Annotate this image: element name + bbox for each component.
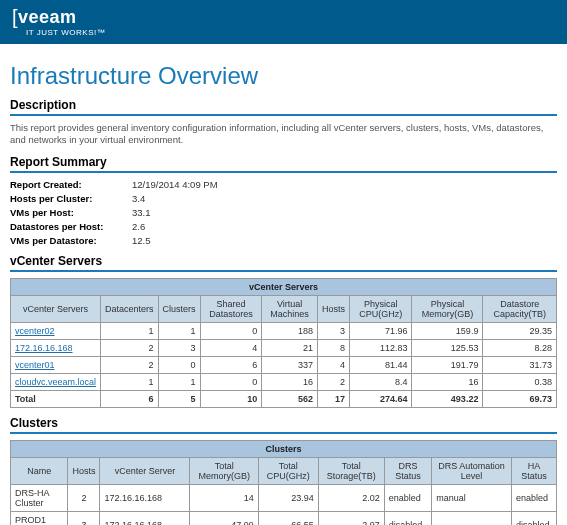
cell: enabled [384, 484, 431, 511]
table-row: DRS-HA Cluster2172.16.16.1681423.942.02e… [11, 484, 557, 511]
cell: 29.35 [483, 322, 557, 339]
cell: 47.99 [190, 511, 258, 525]
summary-value: 33.1 [132, 207, 557, 218]
cell: 1 [101, 322, 159, 339]
vcenter-link[interactable]: cloudvc.veeam.local [11, 373, 101, 390]
summary-heading: Report Summary [10, 155, 557, 169]
cell: PROD1 Cluster [11, 511, 68, 525]
column-header: Total CPU(GHz) [258, 457, 318, 484]
description-heading: Description [10, 98, 557, 112]
column-header: Physical Memory(GB) [412, 295, 483, 322]
divider [10, 171, 557, 173]
summary-label: VMs per Host: [10, 207, 132, 218]
clusters-table: Clusters NameHostsvCenter ServerTotal Me… [10, 440, 557, 525]
cell: 1 [101, 373, 159, 390]
column-header: DRS Automation Level [432, 457, 512, 484]
column-header: Datastore Capacity(TB) [483, 295, 557, 322]
column-header: vCenter Servers [11, 295, 101, 322]
column-header: Datacenters [101, 295, 159, 322]
cell: 0 [200, 373, 262, 390]
vcenter-link[interactable]: vcenter02 [11, 322, 101, 339]
cell: 71.96 [349, 322, 411, 339]
cell: 2.97 [318, 511, 384, 525]
cell: 2 [68, 484, 100, 511]
page-title: Infrastructure Overview [10, 62, 557, 90]
cell: 69.73 [483, 390, 557, 407]
cell: 21 [262, 339, 318, 356]
column-header: Name [11, 457, 68, 484]
cell: disabled [512, 511, 557, 525]
table-row: vcenter02110188371.96159.929.35 [11, 322, 557, 339]
description-text: This report provides general inventory c… [10, 122, 557, 147]
cell: 2 [101, 356, 159, 373]
cell: 112.83 [349, 339, 411, 356]
cell: 159.9 [412, 322, 483, 339]
cell: 3 [68, 511, 100, 525]
cell: 10 [200, 390, 262, 407]
column-header: DRS Status [384, 457, 431, 484]
cell: 6 [101, 390, 159, 407]
cell: Total [11, 390, 101, 407]
vcenter-heading: vCenter Servers [10, 254, 557, 268]
cell [432, 511, 512, 525]
cell: enabled [512, 484, 557, 511]
cell: 14 [190, 484, 258, 511]
column-header: HA Status [512, 457, 557, 484]
brand-name: veeam [18, 7, 77, 27]
cell: 3 [317, 322, 349, 339]
divider [10, 270, 557, 272]
cell: 125.53 [412, 339, 483, 356]
summary-value: 12/19/2014 4:09 PM [132, 179, 557, 190]
cell: 0 [200, 322, 262, 339]
summary-value: 2.6 [132, 221, 557, 232]
cell: 337 [262, 356, 318, 373]
cell: 3 [158, 339, 200, 356]
cell: 172.16.16.168 [100, 484, 190, 511]
vcenter-table: vCenter Servers vCenter ServersDatacente… [10, 278, 557, 408]
vcenter-link[interactable]: 172.16.16.168 [11, 339, 101, 356]
column-header: Shared Datastores [200, 295, 262, 322]
brand-tagline: IT JUST WORKS!™ [26, 28, 105, 37]
cell: 274.64 [349, 390, 411, 407]
column-header: Virtual Machines [262, 295, 318, 322]
cell: 2 [101, 339, 159, 356]
column-header: Clusters [158, 295, 200, 322]
summary-label: Report Created: [10, 179, 132, 190]
vcenter-link[interactable]: vcenter01 [11, 356, 101, 373]
cell: 8 [317, 339, 349, 356]
cell: 188 [262, 322, 318, 339]
cell: 2 [317, 373, 349, 390]
cell: 562 [262, 390, 318, 407]
summary-grid: Report Created:12/19/2014 4:09 PMHosts p… [10, 179, 557, 246]
cell: 17 [317, 390, 349, 407]
cell: 31.73 [483, 356, 557, 373]
table-row: vcenter01206337481.44191.7931.73 [11, 356, 557, 373]
brand-header: [veeam IT JUST WORKS!™ [0, 0, 567, 44]
table-caption: vCenter Servers [11, 278, 557, 295]
summary-value: 12.5 [132, 235, 557, 246]
table-row: PROD1 Cluster3172.16.16.16847.9966.552.9… [11, 511, 557, 525]
cell: 16 [412, 373, 483, 390]
cell: 4 [200, 339, 262, 356]
table-row: cloudvc.veeam.local1101628.4160.38 [11, 373, 557, 390]
cell: 23.94 [258, 484, 318, 511]
divider [10, 432, 557, 434]
cell: 4 [317, 356, 349, 373]
cell: 5 [158, 390, 200, 407]
cell: 1 [158, 322, 200, 339]
divider [10, 114, 557, 116]
clusters-heading: Clusters [10, 416, 557, 430]
cell: 8.28 [483, 339, 557, 356]
cell: 81.44 [349, 356, 411, 373]
cell: DRS-HA Cluster [11, 484, 68, 511]
summary-label: Datastores per Host: [10, 221, 132, 232]
cell: 66.55 [258, 511, 318, 525]
table-caption: Clusters [11, 440, 557, 457]
cell: 191.79 [412, 356, 483, 373]
summary-value: 3.4 [132, 193, 557, 204]
column-header: Hosts [317, 295, 349, 322]
cell: 6 [200, 356, 262, 373]
cell: 2.02 [318, 484, 384, 511]
column-header: Physical CPU(GHz) [349, 295, 411, 322]
cell: 172.16.16.168 [100, 511, 190, 525]
